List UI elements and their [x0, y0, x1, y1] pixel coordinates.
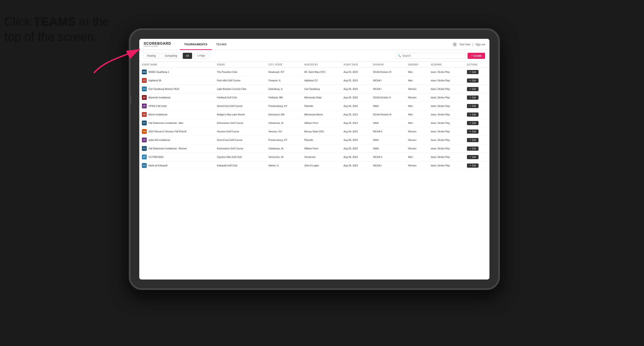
cell-event-name: FS Fall Statesmen Invitational - Women — [139, 144, 214, 153]
cell-hosted-by: Minnesota State — [302, 93, 341, 102]
col-scoring: SCORING — [428, 62, 464, 68]
edit-button[interactable]: Edit — [467, 70, 478, 74]
cell-scoring: team, Stroke Play — [428, 127, 464, 136]
team-icon: 2W — [142, 129, 147, 134]
tab-tournaments[interactable]: TOURNAMENTS — [180, 39, 212, 50]
cell-city-state: Newburgh, NY — [266, 68, 302, 76]
event-name-text: Fall Statesmen Invitational - Men — [148, 122, 184, 124]
cell-actions: Edit — [464, 93, 490, 102]
table-body: MQ MSMC Qualifying 1 The Powelton Club N… — [139, 68, 490, 170]
cell-venue: Edmundson Golf Course — [214, 119, 266, 127]
team-icon: KA — [142, 163, 147, 168]
logo-subtitle: Powered by clippit — [144, 45, 171, 47]
cell-event-name: VP VU PREVIEW — [139, 153, 214, 161]
team-icon: VP — [142, 155, 147, 159]
edit-button[interactable]: Edit — [467, 96, 478, 100]
cell-division: NICAA I — [370, 76, 406, 85]
cell-actions: Edit — [464, 85, 490, 93]
edit-button[interactable]: Edit — [467, 130, 478, 134]
edit-button[interactable]: Edit — [467, 138, 478, 142]
table-row: VP VU PREVIEW Cypress Hills Golf Club Vi… — [139, 153, 490, 161]
event-name-text: 2023 Women's Hesston Fall Kickoff — [148, 130, 186, 133]
tab-teams[interactable]: TEAMS — [212, 39, 231, 50]
cell-city-state: Vincennes, IN — [266, 153, 302, 161]
event-name-text: Highland 36 — [148, 79, 161, 82]
cell-start-date: Aug 28, 2023 — [341, 110, 370, 119]
cell-start-date: Aug 28, 2023 — [341, 119, 370, 127]
event-name-text: upike fall invitational — [148, 139, 170, 141]
cell-venue: Lake Bracken Country Club — [214, 85, 266, 93]
search-input[interactable] — [396, 53, 466, 59]
edit-button[interactable]: Edit — [467, 78, 478, 83]
cell-start-date: Aug 28, 2023 — [341, 127, 370, 136]
edit-button[interactable]: Edit — [467, 164, 478, 168]
side-button — [130, 96, 131, 104]
col-actions: ACTIONS — [464, 62, 490, 68]
event-name-text: VU PREVIEW — [148, 156, 164, 158]
col-venue: VENUE — [214, 62, 266, 68]
team-icon: UF — [142, 138, 147, 142]
separator: | — [473, 43, 473, 46]
cell-division: NCAA Division III — [370, 68, 406, 76]
table-row: UF upike fall invitational StoneCrest Go… — [139, 136, 490, 144]
edit-button[interactable]: Edit — [467, 121, 478, 125]
cell-scoring: team, Stroke Play — [428, 144, 464, 153]
competing-button[interactable]: Competing — [161, 53, 180, 59]
cell-scoring: team, Stroke Play — [428, 110, 464, 119]
app-header: SCOREBOARD Powered by clippit TOURNAMENT… — [139, 39, 490, 50]
cell-scoring: team, Stroke Play — [428, 102, 464, 110]
cell-start-date: Aug 24, 2023 — [341, 68, 370, 76]
signout-link[interactable]: Sign out — [476, 43, 485, 46]
filter-button[interactable]: ≡ Filter — [194, 53, 208, 59]
cell-gender: Women — [406, 136, 428, 144]
cell-gender: Women — [406, 144, 428, 153]
settings-icon[interactable]: ⚙ — [452, 42, 457, 47]
all-button[interactable]: All — [183, 53, 192, 59]
cell-gender: Women — [406, 161, 428, 170]
cell-venue: Kokopelli Golf Club — [214, 161, 266, 170]
cell-division: NICAA I — [370, 161, 406, 170]
instruction-bold: TEAMS — [34, 15, 76, 28]
cell-event-name: KA Klash at Kokopelli — [139, 161, 214, 170]
table-row: UF UPIKE Fall Invite StoneCrest Golf Cou… — [139, 102, 490, 110]
cell-city-state: Deerwood, MN — [266, 110, 302, 119]
cell-venue: StoneCrest Golf Course — [214, 136, 266, 144]
cell-scoring: team, Stroke Play — [428, 76, 464, 85]
cell-event-name: CS Carl Sandburg Women FA23 — [139, 85, 214, 93]
hosting-button[interactable]: Hosting — [144, 53, 159, 59]
cell-city-state: Oskaloosa, IA — [266, 119, 302, 127]
cell-start-date: Aug 28, 2023 — [341, 136, 370, 144]
event-name-text: UPIKE Fall Invite — [148, 105, 166, 107]
cell-gender: Men — [406, 119, 428, 127]
cell-hosted-by: Carl Sandburg — [302, 85, 341, 93]
cell-hosted-by: Highland CC — [302, 76, 341, 85]
table-row: FS Fall Statesmen Invitational - Women E… — [139, 144, 490, 153]
cell-gender: Women — [406, 85, 428, 93]
tablet-screen: SCOREBOARD Powered by clippit TOURNAMENT… — [139, 39, 490, 280]
edit-button[interactable]: Edit — [467, 147, 478, 151]
team-icon: CS — [142, 87, 147, 91]
cell-hosted-by: Vincennes — [302, 153, 341, 161]
cell-start-date: Aug 28, 2023 — [341, 144, 370, 153]
team-icon: MI — [142, 95, 147, 100]
logo-area: SCOREBOARD Powered by clippit — [144, 42, 171, 47]
cell-hosted-by: Murray State (OK) — [302, 127, 341, 136]
edit-button[interactable]: Edit — [467, 87, 478, 91]
create-button[interactable]: + Create — [468, 53, 485, 59]
edit-button[interactable]: Edit — [467, 113, 478, 117]
cell-event-name: FS Fall Statesmen Invitational - Men — [139, 119, 214, 127]
col-event-name: EVENT NAME — [139, 62, 214, 68]
cell-scoring: team, Stroke Play — [428, 153, 464, 161]
cell-hosted-by: William Penn — [302, 119, 341, 127]
cell-start-date: Aug 28, 2023 — [341, 102, 370, 110]
event-name-text: Carl Sandburg Women FA23 — [148, 88, 179, 90]
edit-button[interactable]: Edit — [467, 155, 478, 159]
event-name-text: Maverick Invitational — [148, 96, 170, 99]
cell-start-date: Aug 25, 2023 — [341, 76, 370, 85]
cell-actions: Edit — [464, 68, 490, 76]
cell-event-name: UF UPIKE Fall Invite — [139, 102, 214, 110]
cell-venue: The Powelton Club — [214, 68, 266, 76]
edit-button[interactable]: Edit — [467, 104, 478, 108]
cell-event-name: UF upike fall invitational — [139, 136, 214, 144]
team-icon: H3 — [142, 78, 147, 83]
